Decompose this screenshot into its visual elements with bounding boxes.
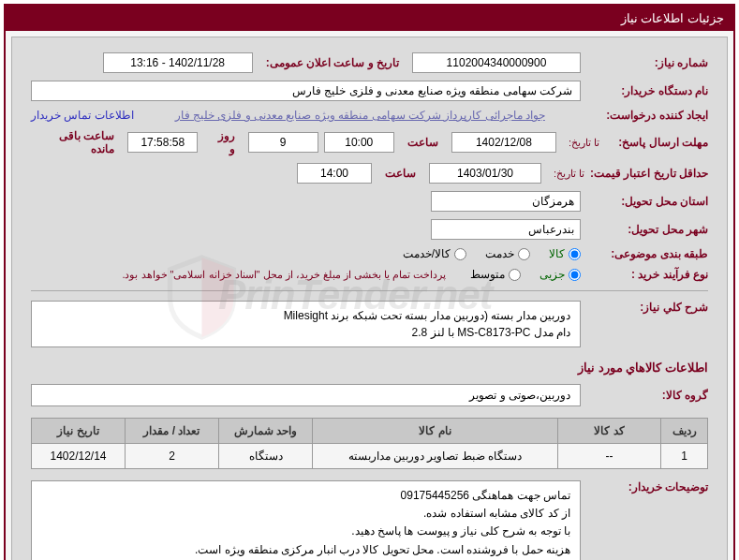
category-label: طبقه بندی موضوعی: [586, 247, 708, 260]
radio-motavaset-input[interactable] [509, 269, 521, 281]
overall-desc-line2: دام مدل MS-C8173-PC با لنز 2.8 [41, 324, 570, 341]
td-row: 1 [661, 444, 708, 469]
th-date: تاریخ نیاز [32, 419, 126, 444]
td-date: 1402/12/14 [32, 444, 126, 469]
radio-motavaset[interactable]: متوسط [470, 268, 521, 281]
th-unit: واحد شمارش [219, 419, 313, 444]
saat-label-2: ساعت [377, 167, 423, 180]
th-name: نام کالا [313, 419, 558, 444]
process-label: نوع فرآیند خرید : [586, 268, 708, 281]
th-code: کد کالا [558, 419, 661, 444]
radio-khedmat[interactable]: خدمت [485, 247, 530, 260]
radio-kala-input[interactable] [569, 248, 581, 260]
items-section-title: اطلاعات کالاهاي مورد نیاز [31, 361, 708, 375]
rooz-label: روز و [203, 129, 242, 155]
saat-label-1: ساعت [400, 136, 446, 149]
payment-note: پرداخت تمام یا بخشی از مبلغ خرید، از محل… [122, 269, 465, 281]
overall-desc-box: دوربین مدار بسته (دوربین مدار بسته تحت ش… [31, 301, 581, 347]
table-row: 1 -- دستگاه ضبط تصاویر دوربین مداربسته د… [32, 444, 708, 469]
remaining-time-field: 17:58:58 [127, 132, 198, 153]
delivery-city-field: بندرعباس [431, 219, 581, 240]
th-row: ردیف [661, 419, 708, 444]
contact-link[interactable]: اطلاعات تماس خریدار [31, 109, 134, 122]
form-content: PrinTender.net شماره نیاز: 1102004340000… [11, 37, 728, 560]
delivery-city-label: شهر محل تحویل: [586, 223, 708, 236]
panel-header: جزئیات اطلاعات نیاز [6, 6, 733, 31]
validity-date-field: 1403/01/30 [429, 163, 541, 184]
group-field: دوربین،صوتی و تصویر [31, 384, 581, 406]
delivery-province-label: استان محل تحویل: [586, 195, 708, 208]
td-code: -- [558, 444, 661, 469]
delivery-province-field: هرمزگان [431, 191, 581, 212]
td-name: دستگاه ضبط تصاویر دوربین مداربسته [313, 444, 558, 469]
announce-date-field: 1402/11/28 - 13:16 [103, 52, 253, 73]
buyer-org-label: نام دستگاه خریدار: [586, 84, 708, 97]
buyer-note-1: تماس جهت هماهنگی 09175445256 [41, 487, 570, 505]
radio-jozei-label: جزیی [539, 268, 565, 281]
ta-label: تا تاریخ: [562, 137, 599, 149]
response-deadline-label: مهلت ارسال پاسخ: [605, 136, 708, 149]
items-table: ردیف کد کالا نام کالا واحد شمارش تعداد /… [31, 418, 708, 469]
buyer-note-2: از کد کالای مشابه استفاده شده. [41, 505, 570, 523]
announce-date-label: تاریخ و ساعت اعلان عمومی: [259, 56, 406, 69]
radio-khedmat-label: خدمت [485, 247, 514, 260]
buyer-note-4: هزینه حمل با فروشنده است. محل تحویل کالا… [41, 541, 570, 559]
need-number-label: شماره نیاز: [586, 56, 708, 69]
radio-kala-label: کالا [549, 247, 565, 260]
buyer-org-field: شرکت سهامی منطقه ویژه صنایع معدنی و فلزی… [31, 81, 581, 101]
td-qty: 2 [126, 444, 219, 469]
validity-time-field: 14:00 [297, 163, 372, 184]
radio-kala-khedmat-label: کالا/خدمت [403, 247, 451, 260]
buyer-notes-box: تماس جهت هماهنگی 09175445256 از کد کالای… [31, 480, 581, 560]
th-qty: تعداد / مقدار [126, 419, 219, 444]
group-label: گروه کالا: [586, 389, 708, 402]
requester-field: جواد ماجرائی کارپرداز شرکت سهامی منطقه و… [140, 109, 581, 122]
td-unit: دستگاه [219, 444, 313, 469]
requester-label: ایجاد کننده درخواست: [586, 109, 708, 122]
radio-jozei[interactable]: جزیی [539, 268, 581, 281]
header-title: جزئیات اطلاعات نیاز [621, 11, 724, 25]
overall-desc-label: شرح کلي نیاز: [586, 301, 708, 314]
validity-label: حداقل تاریخ اعتبار قیمت: [590, 167, 708, 180]
overall-desc-line1: دوربین مدار بسته (دوربین مدار بسته تحت ش… [41, 307, 570, 324]
radio-motavaset-label: متوسط [470, 268, 505, 281]
radio-jozei-input[interactable] [569, 269, 581, 281]
radio-kala-khedmat[interactable]: کالا/خدمت [403, 247, 466, 260]
response-time-field: 10:00 [324, 132, 394, 153]
remaining-label: ساعت باقی مانده [31, 129, 122, 155]
separator [31, 290, 708, 291]
radio-kala-khedmat-input[interactable] [454, 248, 466, 260]
radio-khedmat-input[interactable] [518, 248, 530, 260]
radio-kala[interactable]: کالا [549, 247, 581, 260]
buyer-notes-label: توضیحات خریدار: [586, 480, 708, 494]
main-panel: جزئیات اطلاعات نیاز PrinTender.net شماره… [4, 4, 735, 560]
need-number-field: 1102004340000900 [412, 52, 581, 73]
buyer-note-3: با توجه به شرح کلی نیاز و پیوست ها پاسخ … [41, 523, 570, 540]
table-header-row: ردیف کد کالا نام کالا واحد شمارش تعداد /… [32, 419, 708, 444]
days-field: 9 [248, 132, 318, 153]
response-date-field: 1402/12/08 [451, 132, 556, 153]
ta-label-2: تا تاریخ: [547, 168, 584, 180]
